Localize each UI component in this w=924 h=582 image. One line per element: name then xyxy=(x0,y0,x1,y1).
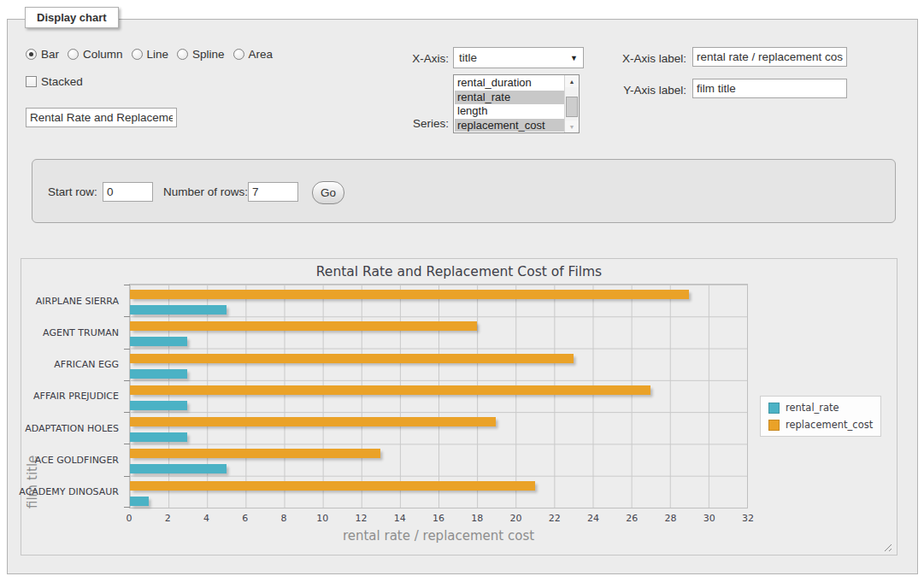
chart-type-option-area[interactable]: Area xyxy=(233,48,274,61)
chart-type-option-line[interactable]: Line xyxy=(132,48,169,61)
radio-label: Bar xyxy=(41,48,59,61)
stacked-checkbox-row[interactable]: Stacked xyxy=(26,75,83,88)
chart-type-option-bar[interactable]: Bar xyxy=(26,48,59,61)
series-select-label: Series: xyxy=(342,117,449,130)
category-label: AIRPLANE SIERRA xyxy=(36,296,119,307)
category-row: AFRICAN EGG xyxy=(130,349,747,380)
category-row: AGENT TRUMAN xyxy=(130,316,747,348)
radio-label: Area xyxy=(249,48,274,61)
stacked-label: Stacked xyxy=(41,75,83,88)
chart-type-option-spline[interactable]: Spline xyxy=(177,48,225,61)
x-axis-label-input[interactable] xyxy=(692,47,847,67)
series-option-replacement_cost[interactable]: replacement_cost xyxy=(455,119,564,132)
bar-replacement_cost xyxy=(130,290,689,299)
x-axis-select-value: title xyxy=(459,51,477,64)
y-tick-mark xyxy=(124,380,130,381)
radio-label: Spline xyxy=(192,48,225,61)
y-tick-mark xyxy=(124,412,130,413)
x-tick-label: 26 xyxy=(626,513,638,524)
x-tick-label: 24 xyxy=(587,513,599,524)
stacked-checkbox[interactable] xyxy=(26,76,37,87)
x-tick-label: 8 xyxy=(281,513,287,524)
series-option-length[interactable]: length xyxy=(455,104,564,119)
y-tick-mark xyxy=(124,349,130,350)
bar-replacement_cost xyxy=(130,321,477,331)
number-of-rows-label: Number of rows: xyxy=(163,185,248,198)
x-tick-label: 30 xyxy=(703,513,715,524)
legend-swatch-icon xyxy=(768,403,780,414)
chart-title: Rental Rate and Replacement Cost of Film… xyxy=(21,264,897,279)
category-label: ADAPTATION HOLES xyxy=(25,423,119,434)
category-row: AIRPLANE SIERRA xyxy=(130,285,747,316)
bar-replacement_cost xyxy=(130,481,535,491)
series-option-rental_rate[interactable]: rental_rate xyxy=(455,91,564,105)
series-options: rental_durationrental_ratelengthreplacem… xyxy=(455,76,564,132)
chart-type-radios: BarColumnLineSplineArea xyxy=(26,48,273,61)
x-tick-label: 16 xyxy=(433,513,444,524)
category-label: AFRICAN EGG xyxy=(54,359,119,370)
x-axis-label-label: X-Axis label: xyxy=(556,52,686,65)
radio-icon[interactable] xyxy=(68,49,79,60)
x-tick-label: 14 xyxy=(394,513,406,524)
x-tick-label: 12 xyxy=(356,513,368,524)
y-tick-mark xyxy=(124,444,130,444)
x-tick-label: 0 xyxy=(127,513,132,524)
radio-label: Line xyxy=(147,48,169,61)
radio-label: Column xyxy=(83,48,123,61)
radio-icon[interactable] xyxy=(177,49,188,60)
chart-legend: rental_ratereplacement_cost xyxy=(760,396,881,437)
category-row: AFFAIR PREJUDICE xyxy=(130,380,747,412)
bar-rental_rate xyxy=(130,401,187,410)
number-of-rows-input[interactable] xyxy=(248,182,298,202)
go-button[interactable]: Go xyxy=(312,181,344,204)
y-axis-label-input[interactable] xyxy=(692,79,847,98)
bar-replacement_cost xyxy=(130,354,574,363)
bar-replacement_cost xyxy=(130,449,380,458)
bar-rental_rate xyxy=(130,432,187,442)
x-tick-label: 32 xyxy=(742,513,754,524)
category-label: AFFAIR PREJUDICE xyxy=(33,391,119,403)
chart-title-input[interactable] xyxy=(26,108,177,127)
bar-rental_rate xyxy=(130,369,187,379)
row-controls-panel: Start row: Number of rows: Go xyxy=(32,159,896,223)
legend-item-rental_rate: rental_rate xyxy=(768,402,873,414)
y-tick-mark xyxy=(124,476,130,477)
category-row: ADAPTATION HOLES xyxy=(130,412,747,444)
radio-icon[interactable] xyxy=(233,49,244,60)
x-axis-ticks: 02468101214161820222426283032 xyxy=(129,513,748,525)
bar-rental_rate xyxy=(130,337,187,346)
x-tick-label: 6 xyxy=(242,513,248,524)
y-tick-mark xyxy=(124,316,130,317)
bar-rental_rate xyxy=(130,497,149,506)
category-label: ACADEMY DINOSAUR xyxy=(19,486,119,497)
start-row-input[interactable] xyxy=(103,182,153,202)
category-row: ACADEMY DINOSAUR xyxy=(130,476,747,508)
category-row: ACE GOLDFINGER xyxy=(130,444,747,475)
x-tick-label: 22 xyxy=(549,513,561,524)
y-tick-mark xyxy=(124,507,130,508)
bar-rental_rate xyxy=(130,464,227,473)
bar-replacement_cost xyxy=(130,417,496,426)
y-tick-mark xyxy=(124,285,130,285)
scrollbar-thumb[interactable] xyxy=(566,97,578,117)
legend-item-replacement_cost: replacement_cost xyxy=(768,419,873,431)
radio-icon[interactable] xyxy=(26,49,37,60)
page: Display chart BarColumnLineSplineArea St… xyxy=(0,0,924,582)
legend-label: rental_rate xyxy=(786,402,839,414)
x-tick-label: 28 xyxy=(665,513,677,524)
category-label: ACE GOLDFINGER xyxy=(35,455,119,466)
y-axis-label-label: Y-Axis label: xyxy=(556,84,686,97)
legend-label: replacement_cost xyxy=(786,419,873,431)
series-option-rental_duration[interactable]: rental_duration xyxy=(455,76,564,91)
panel-title: Display chart xyxy=(25,7,119,28)
x-tick-label: 10 xyxy=(316,513,328,524)
plot-area: AIRPLANE SIERRAAGENT TRUMANAFRICAN EGGAF… xyxy=(129,284,748,509)
resize-grip-icon[interactable] xyxy=(882,542,892,551)
scroll-down-icon[interactable]: ▼ xyxy=(565,121,579,132)
x-axis-select-label: X-Axis: xyxy=(342,52,449,65)
radio-icon[interactable] xyxy=(132,49,143,60)
bar-rental_rate xyxy=(130,305,227,315)
legend-swatch-icon xyxy=(768,420,780,431)
chart-container: Rental Rate and Replacement Cost of Film… xyxy=(21,258,898,556)
chart-type-option-column[interactable]: Column xyxy=(68,48,123,61)
